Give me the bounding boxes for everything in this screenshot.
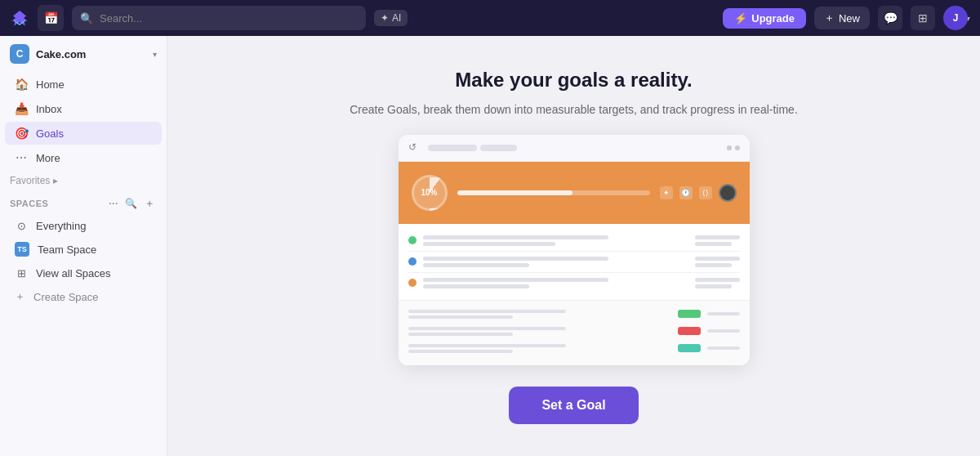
preview-sublist-right (707, 329, 740, 333)
goals-icon: 🎯 (15, 127, 28, 140)
workspace-icon: C (10, 44, 29, 64)
preview-dot (735, 145, 740, 150)
workspace-name: Cake.com (36, 48, 146, 60)
spaces-add-button[interactable]: ＋ (142, 196, 157, 211)
search-placeholder: Search... (100, 12, 142, 25)
preview-list-item (408, 273, 740, 293)
preview-action-avatar (719, 184, 737, 202)
upgrade-icon: ⚡ (734, 12, 747, 25)
preview-dot-orange (408, 279, 416, 287)
everything-icon: ⊙ (15, 219, 28, 232)
preview-sublist-right (707, 346, 740, 350)
preview-sublist-rbar (707, 346, 740, 350)
sidebar-item-label: Team Space (38, 244, 96, 256)
spaces-dots-button[interactable]: ··· (106, 196, 121, 211)
preview-list-bar (423, 242, 556, 246)
new-button[interactable]: ＋ New (814, 7, 870, 29)
preview-right-bars (695, 257, 740, 267)
sidebar-item-everything[interactable]: ⊙ Everything (5, 215, 162, 236)
preview-list-bar (423, 257, 609, 261)
goals-empty-state: Make your goals a reality. Create Goals,… (329, 69, 819, 424)
preview-list-bars (423, 278, 688, 288)
search-bar[interactable]: 🔍 Search... (72, 6, 366, 30)
preview-action-icon: ✦ (660, 186, 673, 199)
chat-icon-button[interactable]: 💬 (878, 6, 902, 30)
preview-sublist-left (408, 344, 671, 353)
progress-bar-container (457, 190, 650, 195)
sidebar-item-create-space[interactable]: ＋ Create Space (5, 285, 162, 308)
topbar: 📅 🔍 Search... ✦ AI ⚡ Upgrade ＋ New 💬 ⊞ J… (0, 0, 980, 36)
create-space-label: Create Space (33, 291, 99, 303)
preview-body-top: 10% ✦ 🕐 ⟨⟩ (399, 162, 750, 224)
team-space-icon: TS (15, 242, 29, 257)
app-logo (10, 8, 29, 28)
preview-tag-teal (678, 344, 701, 352)
preview-sublist (399, 300, 750, 365)
preview-dot (727, 145, 732, 150)
sidebar-item-label: Home (36, 78, 65, 91)
more-icon: ⋯ (15, 151, 28, 164)
sidebar-item-more[interactable]: ⋯ More (5, 146, 162, 169)
set-goal-label: Set a Goal (541, 398, 605, 412)
sidebar-item-label: More (36, 152, 60, 164)
preview-sublist-rbar (707, 329, 740, 333)
calendar-icon[interactable]: 📅 (38, 5, 64, 31)
plus-icon: ＋ (824, 11, 835, 25)
ai-label: AI (392, 12, 401, 24)
preview-sublist-right (707, 312, 740, 315)
preview-right-bars (695, 235, 740, 246)
spaces-search-button[interactable]: 🔍 (124, 196, 139, 211)
upgrade-button[interactable]: ⚡ Upgrade (723, 8, 806, 29)
preview-sublist-bar (408, 310, 566, 313)
sidebar-item-label: Goals (36, 127, 64, 140)
sidebar-item-home[interactable]: 🏠 Home (5, 73, 162, 96)
workspace-header[interactable]: C Cake.com ▾ (0, 36, 167, 72)
preview-body-list (399, 224, 750, 300)
grid-icon: ⊞ (15, 266, 28, 279)
preview-right-bar (695, 263, 732, 267)
workspace-dropdown-icon: ▾ (153, 50, 157, 59)
sidebar: C Cake.com ▾ 🏠 Home 📥 Inbox 🎯 Goals ⋯ Mo… (0, 36, 167, 456)
preview-list-item (408, 230, 740, 252)
sidebar-item-label: Everything (36, 220, 86, 232)
avatar[interactable]: J (943, 6, 968, 30)
preview-list-bar (423, 263, 529, 267)
goals-subtitle: Create Goals, break them down into measu… (350, 101, 798, 118)
grid-icon-button[interactable]: ⊞ (911, 6, 935, 30)
preview-sublist-item (408, 306, 740, 323)
preview-sublist-bar (408, 350, 514, 353)
sidebar-item-goals[interactable]: 🎯 Goals (5, 122, 162, 145)
favorites-section[interactable]: Favorites ▸ (0, 170, 167, 188)
preview-sublist-bar (408, 344, 566, 347)
search-icon: 🔍 (80, 12, 93, 25)
favorites-chevron-icon: ▸ (53, 175, 58, 186)
preview-tag-red (678, 327, 701, 335)
preview-action-icon: ⟨⟩ (699, 186, 712, 199)
progress-bar-fill (457, 190, 573, 195)
preview-right-bars (695, 278, 740, 288)
preview-sublist-item (408, 340, 740, 357)
goals-preview-illustration: ↺ 10% (399, 135, 750, 365)
set-goal-button[interactable]: Set a Goal (509, 387, 638, 424)
preview-dot-blue (408, 257, 416, 266)
sidebar-item-label: View all Spaces (36, 267, 111, 279)
preview-bar (428, 145, 477, 151)
sidebar-item-team-space[interactable]: TS Team Space (5, 238, 162, 261)
preview-sublist-left (408, 310, 671, 319)
layout: C Cake.com ▾ 🏠 Home 📥 Inbox 🎯 Goals ⋯ Mo… (0, 36, 980, 456)
preview-header-bars (428, 145, 720, 151)
goals-title: Make your goals a reality. (455, 69, 692, 92)
preview-action-icon: 🕐 (679, 186, 693, 199)
ai-button[interactable]: ✦ AI (374, 10, 408, 26)
plus-icon: ＋ (15, 289, 25, 304)
sidebar-item-inbox[interactable]: 📥 Inbox (5, 97, 162, 120)
home-icon: 🏠 (15, 78, 28, 91)
preview-sublist-bar (408, 333, 514, 336)
preview-sublist-rbar (707, 312, 740, 315)
favorites-label: Favorites (10, 175, 50, 186)
progress-circle: 10% (412, 175, 448, 211)
preview-bar (480, 145, 517, 151)
sidebar-item-view-all-spaces[interactable]: ⊞ View all Spaces (5, 262, 162, 284)
preview-tag-green (678, 310, 701, 318)
avatar-initials: J (953, 12, 959, 24)
